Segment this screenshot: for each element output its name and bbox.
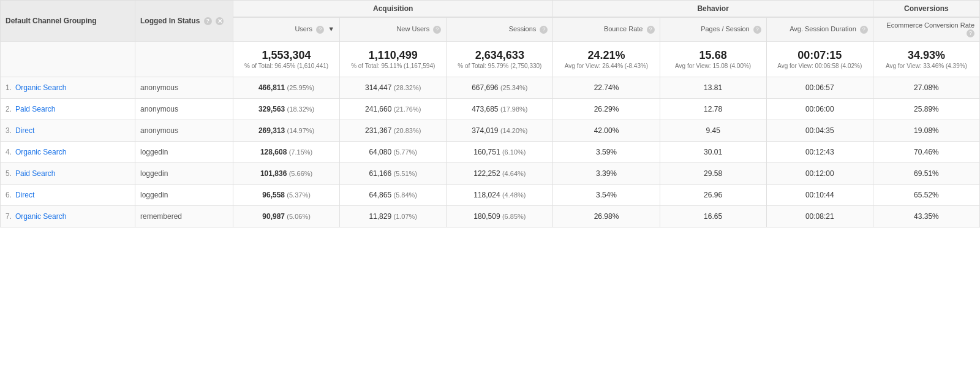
bounce-rate-cell: 26.98% xyxy=(553,205,660,227)
new-users-value: 231,367 xyxy=(365,126,391,135)
logged-in-cell: remembered xyxy=(135,205,233,227)
logged-in-cell: anonymous xyxy=(135,98,233,120)
totals-ecommerce-cell: 34.93% Avg for View: 33.46% (4.39%) xyxy=(873,41,979,77)
avg-session-label: Avg. Session Duration xyxy=(790,25,856,32)
totals-users-cell: 1,553,304 % of Total: 96.45% (1,610,441) xyxy=(233,41,340,77)
new-users-pct: (1.07%) xyxy=(393,213,417,220)
totals-new-users-sub: % of Total: 95.11% (1,167,594) xyxy=(351,63,435,69)
bounce-rate-cell: 3.59% xyxy=(553,141,660,162)
new-users-cell: 231,367 (20.83%) xyxy=(340,120,447,141)
users-cell: 128,608 (7.15%) xyxy=(233,141,340,162)
avg-session-help-icon[interactable]: ? xyxy=(860,26,868,34)
avg-session-cell: 00:12:00 xyxy=(766,162,873,184)
behavior-group-header: Behavior xyxy=(553,1,873,18)
row-number: 5. xyxy=(6,169,12,178)
users-cell: 101,836 (5.66%) xyxy=(233,162,340,184)
new-users-pct: (20.83%) xyxy=(394,127,421,134)
users-pct: (5.06%) xyxy=(287,213,311,220)
sessions-pct: (17.98%) xyxy=(500,105,528,113)
pages-session-cell: 26.96 xyxy=(660,184,766,205)
new-users-cell: 314,447 (28.32%) xyxy=(340,77,447,98)
totals-users-sub: % of Total: 96.45% (1,610,441) xyxy=(244,63,328,69)
totals-sessions-value: 2,634,633 xyxy=(451,49,548,62)
table-row: 2.Paid Searchanonymous329,563 (18.32%)24… xyxy=(1,98,980,120)
totals-bounce-sub: Avg for View: 26.44% (-8.43%) xyxy=(565,63,648,69)
table-row: 4.Organic Searchloggedin128,608 (7.15%)6… xyxy=(1,141,980,162)
users-pct: (5.66%) xyxy=(289,170,313,177)
new-users-value: 64,080 xyxy=(369,148,391,156)
channel-cell: 7.Organic Search xyxy=(1,205,135,227)
bounce-rate-label: Bounce Rate xyxy=(604,25,643,32)
users-value: 128,608 xyxy=(260,148,287,156)
pages-session-help-icon[interactable]: ? xyxy=(753,26,761,34)
totals-avgsession-cell: 00:07:15 Avg for View: 00:06:58 (4.02%) xyxy=(766,41,873,77)
sessions-value: 122,252 xyxy=(473,169,500,178)
row-number: 3. xyxy=(6,126,12,135)
avg-session-cell: 00:06:57 xyxy=(766,77,873,98)
row-number: 2. xyxy=(6,105,12,113)
channel-link[interactable]: Organic Search xyxy=(15,83,66,92)
new-users-value: 11,829 xyxy=(369,212,391,221)
totals-logged-cell xyxy=(135,41,233,77)
channel-link[interactable]: Paid Search xyxy=(15,105,55,113)
totals-sessions-sub: % of Total: 95.79% (2,750,330) xyxy=(458,63,541,69)
conversions-group-header: Conversions xyxy=(873,1,979,18)
new-users-header: New Users ? xyxy=(340,17,447,41)
channel-link[interactable]: Direct xyxy=(15,191,34,199)
channel-link[interactable]: Direct xyxy=(15,126,34,135)
logged-in-cell: loggedin xyxy=(135,184,233,205)
avg-session-cell: 00:10:44 xyxy=(766,184,873,205)
header-group-row: Default Channel Grouping Logged In Statu… xyxy=(1,1,980,18)
table-row: 3.Directanonymous269,313 (14.97%)231,367… xyxy=(1,120,980,141)
row-number: 6. xyxy=(6,191,12,199)
ecommerce-cell: 69.51% xyxy=(873,162,979,184)
sessions-value: 118,024 xyxy=(473,191,500,199)
channel-link[interactable]: Organic Search xyxy=(15,148,66,156)
sessions-help-icon[interactable]: ? xyxy=(540,26,548,34)
users-cell: 466,811 (25.95%) xyxy=(233,77,340,98)
new-users-cell: 241,660 (21.76%) xyxy=(340,98,447,120)
channel-cell: 6.Direct xyxy=(1,184,135,205)
new-users-label: New Users xyxy=(396,25,429,32)
users-sort-icon[interactable]: ▼ xyxy=(328,25,334,32)
logged-in-cell: anonymous xyxy=(135,120,233,141)
pages-session-label: Pages / Session xyxy=(701,25,750,32)
channel-cell: 4.Organic Search xyxy=(1,141,135,162)
sessions-cell: 473,685 (17.98%) xyxy=(447,98,553,120)
pages-session-cell: 13.81 xyxy=(660,77,766,98)
users-header: Users ? ▼ xyxy=(233,17,340,41)
channel-link[interactable]: Organic Search xyxy=(15,212,66,221)
totals-avgsession-sub: Avg for View: 00:06:58 (4.02%) xyxy=(777,63,862,69)
row-number: 1. xyxy=(6,83,12,92)
totals-row: 1,553,304 % of Total: 96.45% (1,610,441)… xyxy=(1,41,980,77)
pages-session-cell: 12.78 xyxy=(660,98,766,120)
new-users-pct: (5.84%) xyxy=(393,191,417,199)
new-users-help-icon[interactable]: ? xyxy=(433,26,441,34)
new-users-cell: 64,865 (5.84%) xyxy=(340,184,447,205)
users-pct: (18.32%) xyxy=(287,105,315,113)
table-row: 1.Organic Searchanonymous466,811 (25.95%… xyxy=(1,77,980,98)
sessions-value: 160,751 xyxy=(473,148,500,156)
users-pct: (5.37%) xyxy=(287,191,311,199)
users-help-icon[interactable]: ? xyxy=(316,26,324,34)
ecommerce-help-icon[interactable]: ? xyxy=(967,29,974,37)
bounce-rate-help-icon[interactable]: ? xyxy=(647,26,655,34)
bounce-rate-header: Bounce Rate ? xyxy=(553,17,660,41)
new-users-cell: 61,166 (5.51%) xyxy=(340,162,447,184)
logged-in-close-icon[interactable]: ✕ xyxy=(216,17,224,25)
logged-in-help-icon[interactable]: ? xyxy=(204,17,212,25)
sessions-pct: (6.85%) xyxy=(502,213,526,220)
analytics-table: Default Channel Grouping Logged In Statu… xyxy=(0,0,980,227)
totals-ecommerce-sub: Avg for View: 33.46% (4.39%) xyxy=(886,63,967,69)
users-pct: (7.15%) xyxy=(289,148,313,156)
new-users-pct: (5.77%) xyxy=(393,148,417,156)
users-label: Users xyxy=(295,25,312,32)
users-value: 269,313 xyxy=(258,126,285,135)
acquisition-group-header: Acquisition xyxy=(233,1,553,18)
pages-session-cell: 29.58 xyxy=(660,162,766,184)
new-users-value: 241,660 xyxy=(365,105,391,113)
sessions-value: 180,509 xyxy=(473,212,500,221)
table-row: 5.Paid Searchloggedin101,836 (5.66%)61,1… xyxy=(1,162,980,184)
sessions-header: Sessions ? xyxy=(447,17,553,41)
channel-link[interactable]: Paid Search xyxy=(15,169,55,178)
